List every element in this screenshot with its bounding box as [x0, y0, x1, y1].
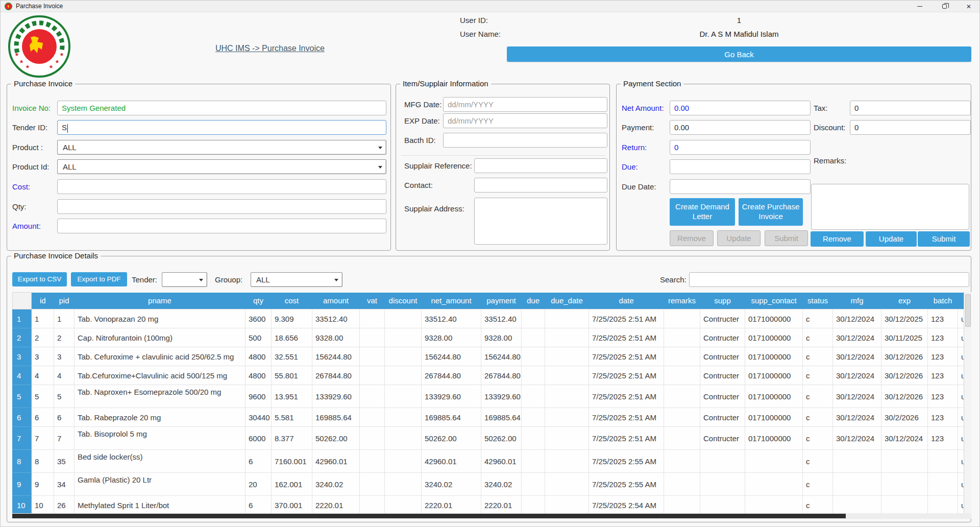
tax-label: Tax:	[814, 101, 828, 115]
exp-date-field[interactable]	[443, 113, 607, 128]
table-row[interactable]: 666Tab. Rabeprazole 20 mg304405.58116988…	[13, 408, 972, 427]
discount-field[interactable]	[850, 120, 971, 135]
horizontal-scrollbar-thumb[interactable]	[12, 514, 846, 518]
horizontal-scrollbar[interactable]	[12, 513, 971, 519]
cell-remarks	[664, 328, 700, 347]
row-number[interactable]: 6	[13, 408, 32, 427]
column-header-qty[interactable]: qty	[246, 293, 272, 309]
row-number[interactable]: 3	[13, 347, 32, 366]
row-number[interactable]: 2	[13, 328, 32, 347]
go-back-button[interactable]: Go Back	[507, 46, 971, 62]
cell-net_amount: 2220.01	[422, 496, 481, 514]
group-filter-dropdown[interactable]: ALL	[251, 272, 342, 287]
amount-field[interactable]	[57, 219, 386, 233]
column-header-cost[interactable]: cost	[272, 293, 312, 309]
minimize-button[interactable]	[908, 1, 932, 12]
search-input[interactable]	[689, 272, 969, 287]
row-number[interactable]: 4	[13, 366, 32, 385]
mfg-date-field[interactable]	[443, 97, 607, 112]
table-row[interactable]: 444Tab.Cefuroxime+Clavulinic acid 500/12…	[13, 366, 972, 385]
column-header-status[interactable]: status	[803, 293, 833, 309]
row-number[interactable]: 9	[13, 473, 32, 496]
export-csv-button[interactable]: Export to CSV	[12, 272, 67, 286]
column-header-remarks[interactable]: remarks	[664, 293, 700, 309]
table-row[interactable]: 8835Bed side locker(ss)67160.00142960.01…	[13, 450, 972, 473]
tax-field[interactable]	[850, 101, 971, 115]
table-row[interactable]: 111Tab. Vonoprazan 20 mg36009.30933512.4…	[13, 309, 972, 328]
column-header-date[interactable]: date	[589, 293, 664, 309]
net-amount-field[interactable]	[670, 101, 811, 115]
vertical-scrollbar-thumb[interactable]	[965, 294, 971, 327]
row-number[interactable]: 5	[13, 385, 32, 408]
breadcrumb-link[interactable]: UHC IMS -> Purchase Invoice	[215, 44, 325, 53]
tender-filter-dropdown[interactable]	[162, 272, 207, 287]
qty-field[interactable]	[57, 199, 386, 214]
cell-net_amount: 267844.80	[422, 366, 481, 385]
user-id-label: User ID:	[460, 16, 488, 25]
vertical-scrollbar[interactable]	[964, 292, 971, 513]
contact-field[interactable]	[474, 178, 607, 193]
table-row[interactable]: 101026Methylated Sprit 1 Liter/bot6370.0…	[13, 496, 972, 514]
column-header-net_amount[interactable]: net_amount	[422, 293, 481, 309]
purchase-invoice-panel: Purchase Invoice Invoice No: Tender ID: …	[7, 84, 391, 251]
table-row[interactable]: 222Cap. Nitrofurantoin (100mg)50018.6569…	[13, 328, 972, 347]
column-header-exp[interactable]: exp	[881, 293, 928, 309]
column-header-vat[interactable]: vat	[360, 293, 385, 309]
tender-id-value: S	[62, 123, 67, 132]
cell-qty: 30440	[246, 408, 272, 427]
column-header-pname[interactable]: pname	[75, 293, 246, 309]
due-date-field[interactable]	[670, 179, 811, 194]
column-header-due[interactable]: due	[522, 293, 545, 309]
tender-id-field[interactable]: S	[57, 120, 386, 135]
close-button[interactable]: ✕	[957, 1, 980, 12]
column-header-supp_contact[interactable]: supp_contact	[745, 293, 803, 309]
column-header-id[interactable]: id	[32, 293, 54, 309]
column-header-payment[interactable]: payment	[481, 293, 522, 309]
cell-due_date	[545, 366, 589, 385]
remove-button[interactable]: Remove	[811, 231, 864, 247]
row-number[interactable]: 10	[13, 496, 32, 514]
column-header-mfg[interactable]: mfg	[833, 293, 881, 309]
remarks-field[interactable]	[811, 184, 969, 230]
create-purchase-invoice-button[interactable]: Create Purchase Invoice	[739, 198, 803, 226]
cell-payment: 267844.80	[481, 366, 522, 385]
table-row[interactable]: 333Tab. Cefuroxime + clavulinic acid 250…	[13, 347, 972, 366]
chevron-down-icon	[378, 166, 382, 171]
update-button[interactable]: Update	[866, 231, 917, 247]
create-demand-letter-button[interactable]: Create Demand Letter	[670, 198, 735, 226]
cell-due	[522, 496, 545, 514]
cell-remarks	[664, 385, 700, 408]
invoice-no-field[interactable]	[57, 101, 386, 115]
row-number[interactable]: 1	[13, 309, 32, 328]
cell-pname: Tab.Cefuroxime+Clavulinic acid 500/125 m…	[75, 366, 246, 385]
restore-button[interactable]	[933, 1, 956, 12]
table-row[interactable]: 777Tab. Bisoprolol 5 mg60008.37750262.00…	[13, 427, 972, 450]
text-caret	[67, 124, 68, 133]
column-header-pid[interactable]: pid	[54, 293, 75, 309]
column-header-amount[interactable]: amount	[312, 293, 360, 309]
cell-batch: 123	[928, 309, 958, 328]
submit-button[interactable]: Submit	[918, 231, 970, 247]
cell-mfg: 30/12/2024	[833, 328, 881, 347]
cell-due_date	[545, 427, 589, 450]
cost-field[interactable]	[57, 179, 386, 194]
batch-id-field[interactable]	[443, 133, 607, 148]
supplier-address-field[interactable]	[474, 198, 607, 245]
supplier-reference-field[interactable]	[474, 158, 607, 173]
column-header-batch[interactable]: batch	[928, 293, 958, 309]
return-field[interactable]	[670, 140, 811, 155]
column-header-supp[interactable]: supp	[700, 293, 745, 309]
table-row[interactable]: 555Tab. Naproxen+ Esomeprazole 500/20 mg…	[13, 385, 972, 408]
product-id-dropdown[interactable]: ALL	[57, 159, 386, 174]
column-header-due_date[interactable]: due_date	[545, 293, 589, 309]
payment-field[interactable]	[670, 120, 811, 135]
cell-supp_contact	[745, 450, 803, 473]
row-number[interactable]: 7	[13, 427, 32, 450]
row-number[interactable]: 8	[13, 450, 32, 473]
column-header-discount[interactable]: discount	[385, 293, 422, 309]
due-field[interactable]	[670, 159, 811, 174]
export-pdf-button[interactable]: Export to PDF	[71, 272, 127, 286]
product-dropdown[interactable]: ALL	[57, 140, 386, 155]
table-row[interactable]: 9934Gamla (Plastic) 20 Ltr20162.0013240.…	[13, 473, 972, 496]
cell-supp	[700, 473, 745, 496]
